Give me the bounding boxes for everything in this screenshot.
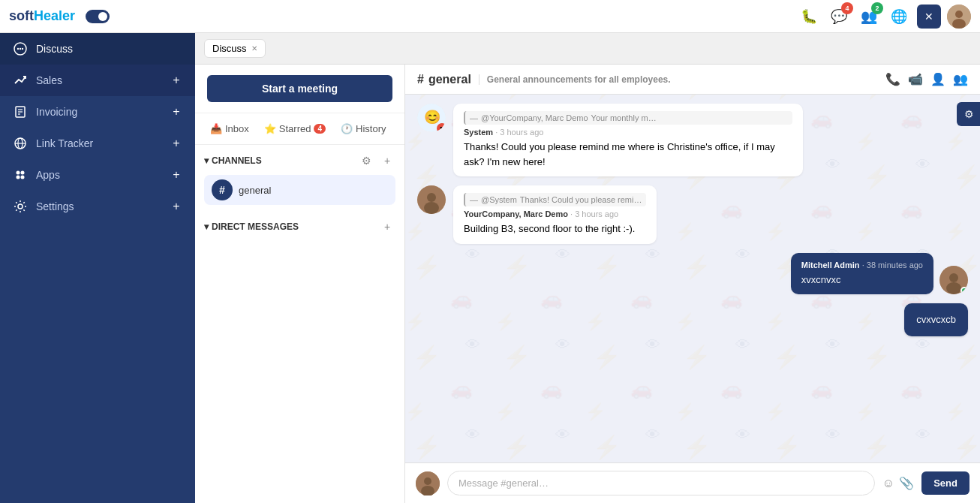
message-2: — @System Thanks! Could you please remi……	[417, 185, 803, 244]
message-3-sender: Mitchell Admin	[801, 261, 860, 270]
starred-icon: ⭐	[264, 123, 276, 134]
inbox-tab[interactable]: 📥 Inbox	[204, 119, 255, 138]
message-2-sender: YourCompany, Marc Demo	[464, 209, 568, 218]
message-1-reply: — @YourCompany, Marc Demo Your monthly m…	[464, 111, 792, 125]
settings-add-button[interactable]: +	[170, 200, 183, 213]
sidebar-item-label-link-tracker: Link Tracker	[36, 137, 162, 149]
reply-line-icon-2: —	[470, 195, 478, 204]
sidebar-item-label-invoicing: Invoicing	[36, 106, 162, 118]
history-tab[interactable]: 🕐 History	[335, 119, 392, 138]
topbar-left: softHealer	[9, 8, 110, 24]
tab-discuss-label: Discuss	[212, 43, 247, 54]
channels-gear-icon[interactable]: ⚙	[358, 152, 374, 169]
chat-notification-icon[interactable]: 💬4	[827, 5, 851, 29]
starred-tab[interactable]: ⭐ Starred 4	[258, 119, 332, 138]
message-3-text: xvxcnvxc	[801, 273, 923, 288]
message-1-bubble: — @YourCompany, Marc Demo Your monthly m…	[453, 104, 803, 176]
starred-label: Starred	[279, 123, 311, 134]
discuss-icon	[12, 41, 29, 57]
tab-discuss[interactable]: Discuss ✕	[204, 39, 266, 58]
tab-close-icon[interactable]: ✕	[251, 44, 257, 53]
message-1-time: · 3 hours ago	[495, 128, 543, 137]
close-icon[interactable]: ✕	[917, 5, 941, 29]
user-avatar[interactable]	[947, 5, 971, 29]
sidebar-item-apps[interactable]: Apps +	[0, 159, 195, 191]
svg-point-27	[427, 193, 436, 202]
svg-point-30	[949, 273, 958, 282]
message-1-reply-text: Your monthly m…	[591, 113, 657, 122]
message-1-text: Thanks! Could you please remind me where…	[464, 140, 792, 169]
sidebar-item-discuss[interactable]: Discuss	[0, 33, 195, 65]
message-input[interactable]	[447, 471, 875, 495]
members-icon[interactable]: 👥	[953, 72, 968, 86]
history-icon: 🕐	[341, 123, 353, 134]
channel-general[interactable]: # general	[204, 175, 395, 205]
svg-point-31	[946, 282, 961, 294]
starred-badge: 4	[314, 124, 326, 134]
sidebar: Discuss Sales + Invoicing + Link Tracker…	[0, 33, 195, 503]
chat-channel-name: # general General announcements for all …	[417, 73, 671, 86]
apps-add-button[interactable]: +	[170, 168, 183, 182]
message-1: 😊 ❤ — @YourCompany, Marc Demo Your month…	[417, 104, 803, 176]
input-icons: ☺ 📎	[882, 476, 914, 490]
send-button[interactable]: Send	[921, 471, 969, 495]
message-3-time: · 38 minutes ago	[862, 261, 923, 270]
svg-point-33	[424, 477, 431, 485]
video-icon[interactable]: 📹	[908, 72, 923, 86]
attachment-icon[interactable]: 📎	[899, 476, 914, 490]
users-badge: 2	[871, 2, 883, 14]
messages-list: 😊 ❤ — @YourCompany, Marc Demo Your month…	[405, 95, 980, 462]
channels-chevron[interactable]: ▾	[204, 155, 209, 166]
globe-icon[interactable]: 🌐	[887, 5, 911, 29]
mitchell-avatar	[939, 266, 968, 294]
svg-point-17	[21, 176, 25, 179]
direct-messages-header: ▾ DIRECT MESSAGES +	[204, 218, 395, 235]
sales-icon	[12, 72, 29, 89]
svg-point-5	[20, 48, 21, 50]
direct-messages-add-icon[interactable]: +	[379, 218, 395, 235]
channels-title: ▾ CHANNELS	[204, 155, 262, 166]
channels-section: ▾ CHANNELS ⚙ + # general	[195, 145, 404, 212]
invoicing-add-button[interactable]: +	[170, 105, 183, 119]
content-area: Discuss ✕ Start a meeting 📥 Inbox ⭐	[195, 33, 980, 503]
users-notification-icon[interactable]: 👥2	[857, 5, 881, 29]
message-2-reply-text: Thanks! Could you please remi…	[520, 195, 642, 204]
sidebar-item-label-settings: Settings	[36, 200, 162, 212]
channels-add-icon[interactable]: +	[379, 152, 395, 169]
direct-messages-title: ▾ DIRECT MESSAGES	[204, 221, 299, 232]
link-tracker-add-button[interactable]: +	[170, 137, 183, 150]
left-panel: Start a meeting 📥 Inbox ⭐ Starred 4 🕐	[195, 65, 405, 503]
svg-point-15	[21, 171, 25, 175]
inbox-label: Inbox	[225, 123, 249, 134]
add-user-icon[interactable]: 👤	[930, 72, 945, 86]
chat-header: # general General announcements for all …	[405, 65, 980, 95]
sidebar-item-invoicing[interactable]: Invoicing +	[0, 96, 195, 128]
toggle-button[interactable]	[86, 10, 110, 23]
chat-badge: 4	[841, 2, 853, 14]
message-3-meta: Mitchell Admin · 38 minutes ago	[801, 261, 923, 270]
message-2-reply: — @System Thanks! Could you please remi…	[464, 193, 646, 206]
direct-messages-chevron[interactable]: ▾	[204, 221, 209, 232]
sidebar-item-link-tracker[interactable]: Link Tracker +	[0, 128, 195, 159]
settings-fab[interactable]: ⚙	[957, 102, 980, 126]
link-tracker-icon	[12, 135, 29, 152]
phone-icon[interactable]: 📞	[885, 72, 900, 86]
sidebar-item-sales[interactable]: Sales +	[0, 65, 195, 96]
sidebar-item-settings[interactable]: Settings +	[0, 191, 195, 222]
emoji-icon[interactable]: ☺	[882, 477, 894, 490]
message-1-reply-from: @YourCompany, Marc Demo	[481, 113, 588, 122]
topbar: softHealer 🐛 💬4 👥2 🌐 ✕	[0, 0, 980, 33]
bug-icon[interactable]: 🐛	[797, 5, 821, 29]
system-avatar: 😊 ❤	[417, 104, 446, 132]
svg-point-1	[955, 11, 963, 18]
channels-header: ▾ CHANNELS ⚙ +	[204, 152, 395, 169]
message-4-text: cvxvcxcb	[916, 312, 956, 327]
start-meeting-button[interactable]: Start a meeting	[207, 75, 392, 102]
chat-panel: ⚡ 🚗 👁 ⚡ # general General	[405, 65, 980, 503]
logo: softHealer	[9, 8, 75, 24]
channel-general-name: general	[239, 185, 271, 196]
two-col-layout: Start a meeting 📥 Inbox ⭐ Starred 4 🕐	[195, 65, 980, 503]
sales-add-button[interactable]: +	[170, 74, 183, 87]
svg-point-4	[17, 48, 19, 50]
svg-point-16	[17, 176, 20, 179]
